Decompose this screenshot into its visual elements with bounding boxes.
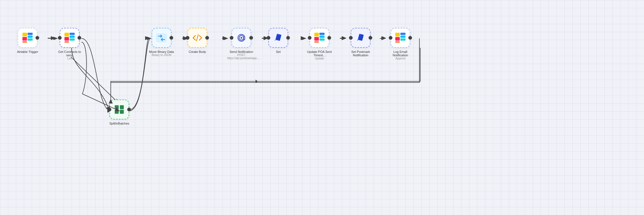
label-update-poa: Update POA Sent Timest...	[305, 50, 334, 57]
dot-right-set-postmark	[369, 36, 372, 40]
svg-rect-23	[319, 38, 325, 41]
dot-left-update-poa	[308, 36, 311, 40]
svg-rect-5	[22, 41, 27, 43]
svg-rect-34	[115, 110, 119, 114]
node-airtable-trigger[interactable]: Airtable Trigger	[17, 28, 38, 53]
svg-rect-28	[400, 36, 405, 38]
label-split-in-batches: SplitInBatches	[109, 122, 129, 125]
svg-rect-10	[64, 37, 69, 41]
split-icon	[114, 104, 125, 115]
label-send-notification: Send Notification	[229, 50, 253, 53]
dot-right-set	[286, 36, 290, 40]
dot-right-send-notification	[249, 36, 253, 40]
node-log-email[interactable]: Log Email Notification Append	[386, 28, 415, 60]
workflow-canvas: Airtable Trigger Get Contracts to send L…	[0, 0, 644, 215]
code-icon	[192, 33, 203, 42]
svg-rect-7	[64, 33, 69, 36]
node-box-log-email	[390, 28, 410, 48]
dot-right-get-contracts	[78, 36, 81, 40]
node-box-update-poa	[310, 28, 329, 48]
sublabel-get-contracts: List	[67, 57, 72, 60]
svg-rect-29	[395, 37, 400, 41]
pencil2-icon	[356, 33, 366, 43]
sublabel-update-poa: Update	[315, 57, 324, 60]
svg-rect-30	[395, 41, 400, 43]
node-box-get-contracts	[60, 28, 80, 48]
svg-rect-11	[64, 41, 69, 43]
svg-rect-20	[319, 36, 325, 38]
svg-rect-27	[400, 33, 405, 35]
dot-right-airtable-trigger	[35, 36, 39, 40]
dot-left-get-contracts	[58, 36, 62, 40]
node-box-split-in-batches	[109, 100, 129, 119]
svg-rect-33	[120, 105, 124, 109]
node-move-binary[interactable]: Move Binary Data Binary to JSON	[149, 28, 174, 57]
svg-rect-6	[28, 38, 33, 41]
node-box-move-binary	[152, 28, 172, 48]
dot-left-log-email	[389, 36, 392, 40]
node-set-postmark[interactable]: Set Postmark Notification	[346, 28, 375, 57]
sublabel-move-binary: Binary to JSON	[152, 53, 171, 57]
label-move-binary: Move Binary Data	[149, 50, 174, 53]
node-box-set-postmark	[351, 28, 371, 48]
node-box-set	[268, 28, 288, 48]
node-box-create-body	[187, 28, 207, 48]
sublabel-send-notification: POST: https://api.postmarkapp....	[227, 53, 256, 60]
pencil-icon	[273, 33, 283, 43]
node-get-contracts[interactable]: Get Contracts to send List	[55, 28, 84, 60]
sublabel-log-email: Append	[396, 57, 405, 60]
svg-rect-1	[22, 33, 27, 36]
dot-left-split-in-batches	[108, 108, 111, 111]
label-get-contracts: Get Contracts to send	[55, 50, 84, 57]
label-set-postmark: Set Postmark Notification	[346, 50, 375, 57]
node-split-in-batches[interactable]: SplitInBatches	[109, 100, 129, 125]
dot-right-move-binary	[170, 36, 173, 40]
dot-left-create-body	[186, 36, 189, 40]
dot-left-send-notification	[230, 36, 233, 40]
node-set[interactable]: Set	[268, 28, 288, 53]
dot-left-set-postmark	[349, 36, 353, 40]
airtable-icon	[22, 33, 33, 43]
node-box-airtable-trigger	[18, 28, 37, 48]
svg-rect-32	[115, 105, 119, 109]
dot-right-log-email	[408, 36, 412, 40]
svg-rect-31	[400, 38, 405, 41]
label-log-email: Log Email Notification	[386, 50, 415, 57]
svg-rect-21	[314, 37, 319, 41]
label-airtable-trigger: Airtable Trigger	[17, 50, 38, 53]
svg-marker-45	[256, 80, 258, 83]
svg-rect-35	[120, 110, 124, 114]
svg-rect-18	[314, 33, 319, 36]
node-update-poa[interactable]: Update POA Sent Timest... Update	[305, 28, 334, 60]
svg-rect-4	[22, 37, 27, 41]
svg-rect-3	[28, 36, 33, 38]
airtable4-icon	[395, 33, 406, 43]
http-icon	[236, 33, 247, 43]
dot-right-create-body	[205, 36, 209, 40]
dot-right-split-in-batches	[127, 108, 131, 111]
svg-rect-26	[395, 33, 400, 36]
node-send-notification[interactable]: Send Notification POST: https://api.post…	[227, 28, 256, 60]
node-create-body[interactable]: Create Body	[187, 28, 207, 53]
svg-rect-19	[319, 33, 325, 35]
svg-rect-22	[314, 41, 319, 43]
node-box-send-notification	[231, 28, 251, 48]
svg-rect-13	[156, 33, 167, 42]
airtable3-icon	[314, 33, 325, 43]
label-set: Set	[276, 50, 281, 53]
airtable2-icon	[64, 33, 75, 43]
dot-left-set	[267, 36, 270, 40]
svg-rect-8	[70, 33, 75, 35]
svg-rect-9	[70, 36, 75, 38]
svg-rect-12	[70, 38, 75, 41]
svg-rect-2	[28, 33, 33, 35]
dot-right-update-poa	[327, 36, 331, 40]
label-create-body: Create Body	[189, 50, 206, 53]
svg-point-15	[241, 37, 242, 39]
move-binary-icon	[156, 33, 167, 42]
